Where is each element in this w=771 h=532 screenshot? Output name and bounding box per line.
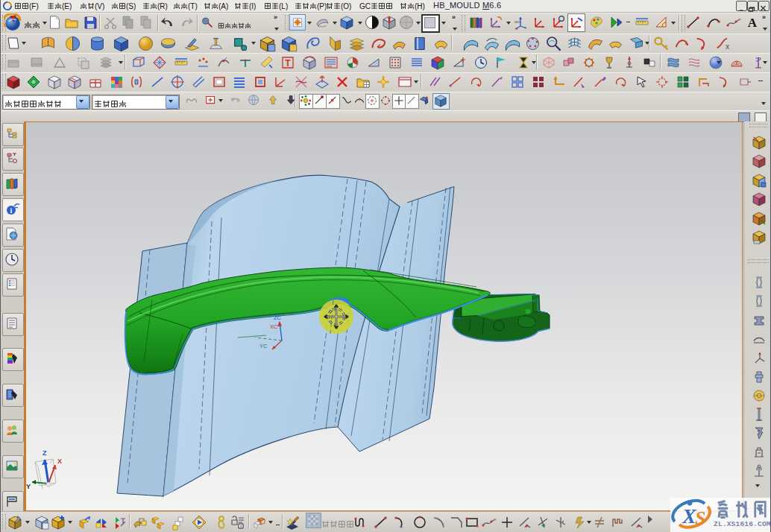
svg-text:Y: Y bbox=[26, 483, 31, 490]
svg-text:S: S bbox=[695, 507, 705, 529]
svg-text:XC: XC bbox=[270, 323, 278, 330]
svg-text:A: A bbox=[748, 16, 758, 30]
svg-text:i: i bbox=[10, 206, 13, 215]
svg-text:wcs: wcs bbox=[514, 19, 521, 24]
svg-text:Z: Z bbox=[43, 449, 47, 457]
svg-text:X: X bbox=[57, 457, 62, 465]
svg-text:T: T bbox=[285, 58, 291, 69]
svg-text:x: x bbox=[726, 42, 729, 51]
svg-text:ZC: ZC bbox=[274, 314, 282, 321]
svg-text:YC: YC bbox=[259, 343, 268, 349]
